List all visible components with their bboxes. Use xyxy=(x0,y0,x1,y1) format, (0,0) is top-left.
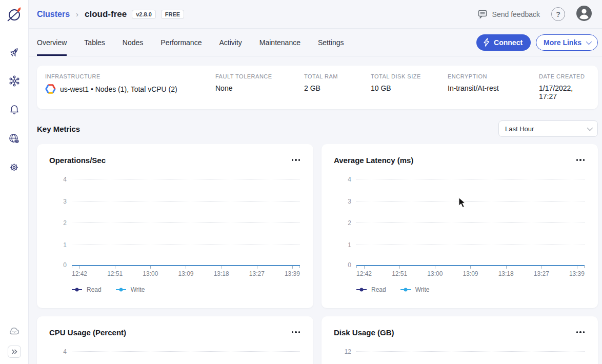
main-area: Clusters › cloud-free v2.8.0 FREE Send f… xyxy=(29,0,602,364)
chart-card-cpu: CPU Usage (Percent) 4 xyxy=(37,316,313,364)
x-tick: 13:39 xyxy=(569,266,585,277)
time-range-select[interactable]: Last Hour xyxy=(498,120,598,137)
y-tick: 2 xyxy=(334,219,351,227)
tab-overview[interactable]: Overview xyxy=(37,29,67,56)
feedback-bubble-icon xyxy=(478,10,488,19)
user-avatar-icon xyxy=(576,6,592,21)
tab-performance[interactable]: Performance xyxy=(160,29,202,56)
sidebar-item-clusters[interactable] xyxy=(0,38,28,67)
legend-label: Read xyxy=(87,286,102,293)
more-links-label: More Links xyxy=(544,38,581,47)
connect-button-label: Connect xyxy=(494,38,523,47)
x-tick: 12:51 xyxy=(392,266,407,277)
more-links-button[interactable]: More Links xyxy=(536,34,598,51)
chart-plot-area: 12 xyxy=(356,351,585,364)
y-tick: 4 xyxy=(49,348,67,355)
x-tick: 13:18 xyxy=(498,266,514,277)
question-mark-icon: ? xyxy=(556,10,560,18)
cockroach-planet-logo[interactable] xyxy=(0,0,28,29)
sidebar-item-connections[interactable] xyxy=(0,67,28,95)
legend-write[interactable]: Write xyxy=(116,286,145,293)
legend-label: Write xyxy=(415,286,430,293)
info-value: None xyxy=(215,84,304,92)
x-tick: 13:09 xyxy=(463,266,478,277)
chart-menu-button[interactable] xyxy=(291,329,302,335)
sidebar-item-settings[interactable] xyxy=(0,153,28,181)
rocket-icon xyxy=(8,46,21,58)
chart-title: Disk Usage (GB) xyxy=(334,328,394,337)
help-button[interactable]: ? xyxy=(551,7,565,21)
info-value: 1/17/2022, 17:27 xyxy=(539,84,590,100)
chart-menu-button[interactable] xyxy=(575,329,586,335)
y-tick: 4 xyxy=(334,176,351,183)
legend-read[interactable]: Read xyxy=(356,286,386,293)
chevron-down-icon xyxy=(586,38,592,44)
globe-gear-icon xyxy=(8,132,21,145)
breadcrumb-clusters-link[interactable]: Clusters xyxy=(37,10,70,19)
sidebar-item-cloud-status[interactable] xyxy=(0,317,28,346)
send-feedback-button[interactable]: Send feedback xyxy=(478,10,540,19)
sidebar-expand-button[interactable] xyxy=(8,346,21,358)
chart-legend: Read Write xyxy=(356,286,586,293)
sidebar xyxy=(0,0,29,364)
bell-icon xyxy=(8,104,21,116)
chart-card-latency: Average Latency (ms) 4 3 2 1 0 12:42 12:… xyxy=(322,144,598,308)
content-area: INFRASTRUCTURE us-west1 • Nodes (1), Tot… xyxy=(29,56,602,364)
info-label: TOTAL RAM xyxy=(304,73,371,79)
infrastructure-value: us-west1 • Nodes (1), Total vCPU (2) xyxy=(60,85,177,93)
chart-menu-button[interactable] xyxy=(575,157,586,163)
x-tick: 12:51 xyxy=(107,266,123,277)
info-value: 2 GB xyxy=(304,84,371,92)
legend-label: Write xyxy=(131,286,145,293)
x-tick: 13:00 xyxy=(143,266,158,277)
chart-title: CPU Usage (Percent) xyxy=(49,328,126,337)
legend-write[interactable]: Write xyxy=(400,286,430,293)
chart-menu-button[interactable] xyxy=(291,157,302,163)
info-label: INFRASTRUCTURE xyxy=(45,73,215,79)
key-metrics-row: Key Metrics Last Hour xyxy=(37,120,598,137)
info-total-ram: TOTAL RAM 2 GB xyxy=(304,73,371,100)
page-title-cluster-name: cloud-free xyxy=(85,9,127,19)
sidebar-item-alerts[interactable] xyxy=(0,95,28,124)
tab-maintenance[interactable]: Maintenance xyxy=(259,29,300,56)
write-series-marker-icon xyxy=(116,289,126,291)
y-tick: 2 xyxy=(49,219,67,227)
chart-card-operations: Operations/Sec 4 3 2 1 0 12:42 12:51 13:… xyxy=(37,144,313,308)
write-series-marker-icon xyxy=(400,289,411,291)
connect-button[interactable]: Connect xyxy=(476,34,531,51)
y-tick: 3 xyxy=(334,197,351,205)
cluster-info-bar: INFRASTRUCTURE us-west1 • Nodes (1), Tot… xyxy=(37,66,598,109)
info-date-created: DATE CREATED 1/17/2022, 17:27 xyxy=(539,73,590,100)
y-tick: 0 xyxy=(49,261,67,269)
y-tick: 4 xyxy=(49,176,67,183)
tab-nodes[interactable]: Nodes xyxy=(123,29,143,56)
chart-plot-area: 4 3 2 1 0 xyxy=(356,179,585,266)
x-axis: 12:42 12:51 13:00 13:09 13:18 13:27 13:3… xyxy=(356,266,585,277)
legend-label: Read xyxy=(371,286,386,293)
tab-activity[interactable]: Activity xyxy=(219,29,242,56)
expand-chevrons-icon xyxy=(11,349,18,355)
info-label: FAULT TOLERANCE xyxy=(215,73,304,79)
time-range-value: Last Hour xyxy=(505,125,534,133)
x-tick: 13:18 xyxy=(214,266,229,277)
sidebar-item-network-settings[interactable] xyxy=(0,124,28,153)
info-total-disk-size: TOTAL DISK SIZE 10 GB xyxy=(371,73,448,100)
cloud-icon xyxy=(8,325,21,338)
tabs-bar: Overview Tables Nodes Performance Activi… xyxy=(29,29,602,56)
tab-tables[interactable]: Tables xyxy=(84,29,105,56)
chart-card-disk: Disk Usage (GB) 12 xyxy=(322,316,598,364)
plan-badge: FREE xyxy=(161,10,184,19)
legend-read[interactable]: Read xyxy=(72,286,102,293)
tab-settings[interactable]: Settings xyxy=(318,29,344,56)
x-tick: 13:27 xyxy=(534,266,549,277)
x-tick: 12:42 xyxy=(356,266,372,277)
y-tick: 1 xyxy=(334,241,351,248)
planet-logo-icon xyxy=(6,6,23,23)
y-tick: 0 xyxy=(334,261,351,269)
chart-title: Average Latency (ms) xyxy=(334,156,413,165)
gear-icon xyxy=(8,161,21,174)
network-hub-icon xyxy=(8,75,21,87)
breadcrumb-separator: › xyxy=(76,10,78,18)
x-tick: 13:39 xyxy=(285,266,300,277)
avatar[interactable] xyxy=(576,6,592,23)
